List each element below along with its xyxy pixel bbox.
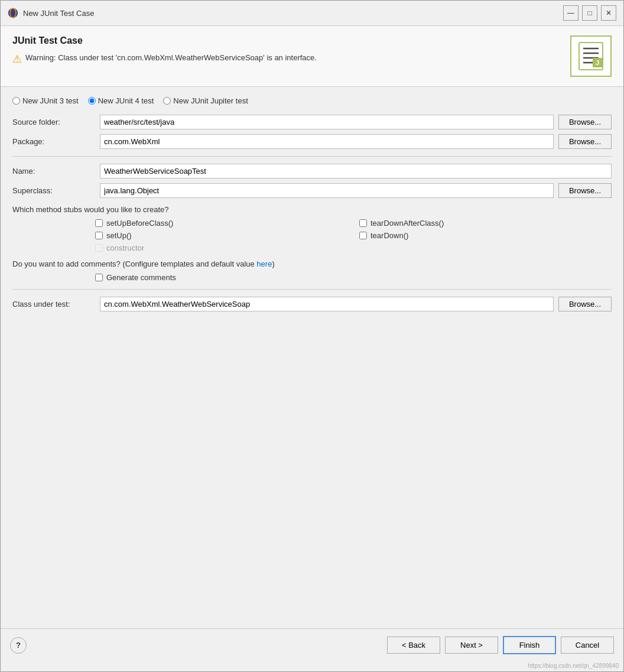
- title-bar-controls: — □ ✕: [563, 5, 616, 21]
- checkbox-setup-label: setUp(): [106, 231, 132, 240]
- checkbox-teardown[interactable]: tearDown(): [359, 231, 612, 240]
- separator-2: [12, 289, 612, 290]
- checkbox-setupbeforeclass[interactable]: setUpBeforeClass(): [95, 219, 347, 228]
- class-under-test-input[interactable]: [100, 297, 554, 311]
- maximize-button[interactable]: □: [582, 5, 597, 21]
- radio-junit3[interactable]: New JUnit 3 test: [12, 96, 79, 105]
- title-bar-left: New JUnit Test Case: [8, 8, 94, 18]
- checkbox-setupbeforeclass-label: setUpBeforeClass(): [106, 219, 173, 228]
- next-button[interactable]: Next >: [445, 637, 498, 654]
- superclass-browse-button[interactable]: Browse...: [558, 183, 612, 198]
- title-bar-text: New JUnit Test Case: [23, 9, 94, 18]
- checkbox-teardown-input[interactable]: [359, 232, 367, 239]
- radio-junit4[interactable]: New JUnit 4 test: [88, 96, 154, 105]
- bottom-bar: ? < Back Next > Finish Cancel: [1, 628, 623, 661]
- checkbox-constructor[interactable]: constructor: [95, 244, 347, 252]
- checkbox-teardownafterclass-label: tearDownAfterClass(): [370, 219, 444, 228]
- radio-jupiter-label: New JUnit Jupiter test: [173, 96, 248, 105]
- checkbox-constructor-input[interactable]: [95, 244, 103, 252]
- back-button[interactable]: < Back: [387, 637, 440, 654]
- form-section: New JUnit 3 test New JUnit 4 test New JU…: [1, 87, 623, 628]
- eclipse-icon: [8, 8, 18, 18]
- checkbox-setup-input[interactable]: [95, 232, 103, 239]
- name-row: Name:: [12, 164, 612, 178]
- checkbox-generate-comments-input[interactable]: [95, 274, 103, 281]
- radio-group: New JUnit 3 test New JUnit 4 test New JU…: [12, 96, 612, 105]
- separator-1: [12, 156, 612, 157]
- bottom-right: < Back Next > Finish Cancel: [387, 636, 614, 654]
- checkbox-setup[interactable]: setUp(): [95, 231, 347, 240]
- title-bar: New JUnit Test Case — □ ✕: [1, 1, 623, 26]
- superclass-input[interactable]: [100, 183, 554, 198]
- bottom-left: ?: [10, 637, 27, 654]
- class-under-test-row: Class under test: Browse...: [12, 297, 612, 311]
- checkbox-constructor-label: constructor: [106, 244, 144, 252]
- warning-text: Warning: Class under test 'cn.com.WebXml…: [25, 52, 317, 64]
- checkbox-setupbeforeclass-input[interactable]: [95, 219, 103, 227]
- finish-button[interactable]: Finish: [503, 636, 556, 654]
- source-folder-browse-button[interactable]: Browse...: [558, 115, 612, 129]
- package-input[interactable]: [100, 134, 554, 149]
- superclass-label: Superclass:: [12, 186, 95, 195]
- checkbox-grid: setUpBeforeClass() tearDownAfterClass() …: [95, 219, 612, 252]
- comments-section: Do you want to add comments? (Configure …: [12, 259, 612, 282]
- name-label: Name:: [12, 167, 95, 176]
- radio-jupiter-input[interactable]: [163, 97, 171, 105]
- radio-junit3-input[interactable]: [12, 97, 20, 105]
- source-folder-input[interactable]: [100, 115, 554, 129]
- checkbox-generate-comments-label: Generate comments: [106, 273, 176, 282]
- checkbox-teardownafterclass[interactable]: tearDownAfterClass(): [359, 219, 612, 228]
- minimize-button[interactable]: —: [563, 5, 578, 21]
- class-under-test-browse-button[interactable]: Browse...: [558, 297, 612, 311]
- checkbox-teardown-label: tearDown(): [370, 231, 408, 240]
- checkbox-generate-comments[interactable]: Generate comments: [95, 273, 176, 282]
- watermark: https://blog.csdn.net/qn_42899840: [1, 661, 623, 671]
- warning-row: ⚠ Warning: Class under test 'cn.com.WebX…: [12, 52, 561, 66]
- comments-link[interactable]: here: [256, 259, 272, 268]
- package-row: Package: Browse...: [12, 134, 612, 149]
- warning-icon: ⚠: [12, 53, 22, 66]
- method-stubs-section: setUpBeforeClass() tearDownAfterClass() …: [95, 219, 612, 252]
- radio-junit4-label: New JUnit 4 test: [98, 96, 154, 105]
- package-label: Package:: [12, 137, 95, 146]
- cancel-button[interactable]: Cancel: [561, 637, 614, 654]
- source-folder-label: Source folder:: [12, 118, 95, 126]
- class-under-test-label: Class under test:: [12, 300, 95, 309]
- method-stubs-label: Which method stubs would you like to cre…: [12, 205, 612, 214]
- radio-junit3-label: New JUnit 3 test: [22, 96, 79, 105]
- name-input[interactable]: [100, 164, 612, 178]
- junit-icon: J: [576, 41, 606, 71]
- package-browse-button[interactable]: Browse...: [558, 134, 612, 149]
- superclass-row: Superclass: Browse...: [12, 183, 612, 198]
- header-left: JUnit Test Case ⚠ Warning: Class under t…: [12, 35, 561, 66]
- svg-text:J: J: [596, 59, 599, 66]
- help-button[interactable]: ?: [10, 637, 27, 654]
- radio-junit4-input[interactable]: [88, 97, 96, 105]
- source-folder-row: Source folder: Browse...: [12, 115, 612, 129]
- junit-icon-box: J: [570, 35, 612, 77]
- comments-text: Do you want to add comments? (Configure …: [12, 259, 612, 268]
- comments-text-after: ): [272, 259, 274, 268]
- page-title: JUnit Test Case: [12, 35, 561, 46]
- comments-text-before: Do you want to add comments? (Configure …: [12, 259, 256, 268]
- checkbox-teardownafterclass-input[interactable]: [359, 219, 367, 227]
- comments-checkbox-row: Generate comments: [95, 273, 612, 282]
- close-button[interactable]: ✕: [601, 5, 616, 21]
- header-section: JUnit Test Case ⚠ Warning: Class under t…: [1, 26, 623, 87]
- dialog-window: New JUnit Test Case — □ ✕ JUnit Test Cas…: [0, 0, 624, 672]
- radio-jupiter[interactable]: New JUnit Jupiter test: [163, 96, 248, 105]
